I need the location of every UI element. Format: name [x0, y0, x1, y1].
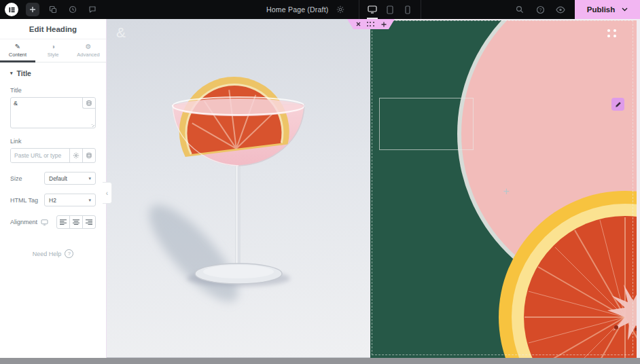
publish-button[interactable]: Publish — [575, 0, 640, 19]
preview-icon[interactable] — [554, 3, 567, 16]
publish-label: Publish — [587, 5, 616, 14]
tab-style[interactable]: ◑ Style — [35, 39, 71, 62]
notes-icon[interactable] — [86, 3, 99, 16]
title-field-label: Title — [10, 87, 96, 94]
panel-tabs: ✎ Content ◑ Style ⚙ Advanced — [0, 39, 106, 62]
alignment-row: Alignment — [10, 215, 96, 229]
help-icon[interactable]: ? — [534, 3, 546, 16]
tab-content[interactable]: ✎ Content — [0, 39, 35, 62]
alignment-buttons — [56, 215, 96, 229]
align-left-button[interactable] — [56, 215, 70, 229]
panel-body: ▾ Title Title & Link — [0, 62, 106, 258]
add-element-icon[interactable] — [26, 3, 39, 16]
html-tag-row: HTML Tag H2 ▾ — [10, 194, 96, 206]
cocktail-photo-section[interactable]: & — [107, 19, 370, 358]
cocktail-illustration — [107, 19, 370, 358]
select-caret-icon: ▾ — [88, 198, 91, 203]
alignment-label: Alignment — [10, 219, 37, 225]
dynamic-tags-icon[interactable] — [82, 98, 95, 109]
size-row: Size Default ▾ — [10, 172, 96, 185]
history-icon[interactable] — [67, 3, 79, 16]
section-drag-handle-icon[interactable] — [607, 29, 617, 37]
section-title-toggle[interactable]: ▾ Title — [10, 69, 96, 77]
resize-handle[interactable] — [90, 122, 94, 127]
delete-container-icon[interactable] — [356, 22, 361, 26]
heading-widget[interactable]: & — [116, 24, 126, 41]
tab-advanced-label: Advanced — [77, 52, 99, 58]
size-label: Size — [10, 175, 22, 182]
align-right-button[interactable] — [82, 215, 96, 229]
question-mark-icon: ? — [65, 249, 73, 258]
top-toolbar: Home Page (Draft) ? — [0, 0, 640, 19]
pencil-icon: ✎ — [15, 43, 20, 50]
html-tag-label: HTML Tag — [10, 197, 38, 204]
device-desktop-icon[interactable] — [365, 0, 380, 19]
elementor-menu-icon[interactable] — [5, 3, 18, 16]
page-settings-icon[interactable] — [334, 3, 346, 16]
panel-collapse-toggle[interactable]: ‹ — [103, 182, 112, 204]
html-tag-select[interactable]: H2 ▾ — [44, 194, 96, 206]
need-help-link[interactable]: Need Help ? — [10, 249, 96, 258]
edit-panel: Edit Heading ✎ Content ◑ Style ⚙ Advance… — [0, 19, 107, 358]
section-title-label: Title — [17, 69, 31, 77]
size-select[interactable]: Default ▾ — [44, 172, 96, 185]
editor-canvas: & — [107, 19, 637, 358]
container-handle — [347, 19, 395, 29]
toolbar-center-group: Home Page (Draft) — [266, 0, 421, 19]
toolbar-left-group — [0, 3, 99, 16]
align-center-button[interactable] — [69, 215, 83, 229]
title-textarea-wrap: & — [10, 97, 96, 128]
add-container-icon[interactable] — [381, 22, 387, 27]
html-tag-value: H2 — [49, 197, 56, 204]
add-widget-plus-icon[interactable]: + — [501, 187, 512, 198]
navigator-icon[interactable] — [47, 3, 59, 16]
link-input[interactable] — [11, 149, 69, 162]
search-icon[interactable] — [514, 3, 526, 16]
green-container-section[interactable]: + — [370, 20, 637, 358]
tab-content-label: Content — [9, 52, 26, 58]
gear-icon: ⚙ — [86, 43, 92, 50]
svg-text:?: ? — [539, 7, 541, 12]
pencil-icon — [615, 101, 622, 108]
tab-style-label: Style — [48, 52, 59, 58]
elementor-editor-window: Home Page (Draft) ? — [0, 0, 640, 364]
need-help-label: Need Help — [33, 251, 62, 257]
document-title[interactable]: Home Page (Draft) — [266, 5, 329, 14]
link-label: Link — [10, 138, 96, 145]
selected-widget-outline[interactable] — [379, 98, 474, 150]
link-dynamic-tags-icon[interactable] — [82, 149, 95, 162]
link-input-row — [10, 148, 96, 163]
responsive-desktop-icon[interactable] — [41, 219, 48, 225]
toolbar-right-group: ? Publish — [514, 0, 640, 19]
device-mobile-icon[interactable] — [400, 0, 415, 19]
device-tablet-icon[interactable] — [383, 0, 397, 19]
tab-advanced[interactable]: ⚙ Advanced — [71, 39, 106, 62]
size-value: Default — [49, 175, 67, 182]
style-brush-icon: ◑ — [51, 43, 55, 50]
select-caret-icon: ▾ — [88, 176, 91, 181]
widget-edit-button[interactable] — [611, 98, 624, 111]
canvas-bottom-strip — [0, 358, 640, 364]
drag-container-icon[interactable] — [367, 22, 375, 27]
chevron-down-icon — [622, 7, 628, 12]
caret-down-icon: ▾ — [10, 71, 13, 76]
link-options-gear-icon[interactable] — [69, 149, 82, 162]
panel-title: Edit Heading — [0, 19, 106, 39]
responsive-device-switcher — [359, 0, 421, 19]
